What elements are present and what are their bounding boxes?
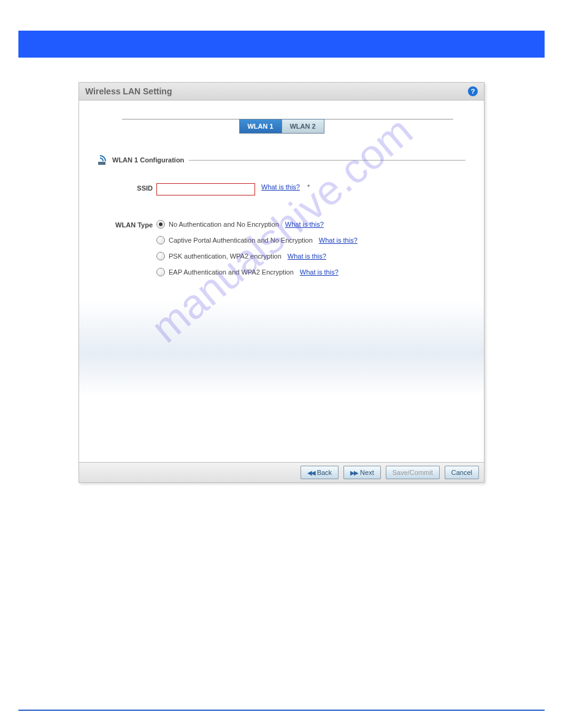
arrow-right-icon: ▶▶ xyxy=(350,469,358,476)
cancel-button[interactable]: Cancel xyxy=(445,466,479,479)
top-banner xyxy=(18,31,545,58)
next-label: Next xyxy=(360,469,374,476)
row-ssid: SSID What is this? * xyxy=(110,183,472,195)
panel-title: Wireless LAN Setting xyxy=(85,86,172,96)
radio-item-captive[interactable]: Captive Portal Authentication and No Enc… xyxy=(156,236,358,245)
ssid-input[interactable] xyxy=(156,183,255,195)
radio-icon xyxy=(156,268,165,276)
tabs-row: WLAN 1 WLAN 2 xyxy=(91,119,472,134)
radio-item-psk[interactable]: PSK authentication, WPA2 encryption What… xyxy=(156,252,358,260)
required-asterisk: * xyxy=(307,183,310,191)
radio-label: EAP Authentication and WPA2 Encryption xyxy=(169,268,294,276)
radio-icon xyxy=(156,220,165,229)
bottom-divider xyxy=(18,710,545,711)
tab-wlan2[interactable]: WLAN 2 xyxy=(282,119,324,134)
save-commit-button[interactable]: Save/Commit xyxy=(386,466,440,479)
cancel-label: Cancel xyxy=(451,469,472,476)
back-label: Back xyxy=(317,469,332,476)
panel-footer: ◀◀ Back ▶▶ Next Save/Commit Cancel xyxy=(79,462,484,482)
radio-item-no-auth[interactable]: No Authentication and No Encryption What… xyxy=(156,220,358,229)
section-header: WLAN 1 Configuration xyxy=(98,155,465,165)
link-what-is-this[interactable]: What is this? xyxy=(319,237,358,244)
link-what-is-this[interactable]: What is this? xyxy=(285,221,324,228)
radio-label: PSK authentication, WPA2 encryption xyxy=(169,252,282,260)
panel-wlan-setting: Wireless LAN Setting ? WLAN 1 WLAN 2 WLA… xyxy=(79,82,484,483)
radio-icon xyxy=(156,252,165,260)
radio-item-eap[interactable]: EAP Authentication and WPA2 Encryption W… xyxy=(156,268,358,276)
wlan-icon xyxy=(98,155,109,165)
section-title: WLAN 1 Configuration xyxy=(112,156,184,164)
link-what-is-this[interactable]: What is this? xyxy=(300,268,339,276)
next-button[interactable]: ▶▶ Next xyxy=(343,466,381,479)
save-label: Save/Commit xyxy=(393,469,433,476)
radio-icon xyxy=(156,236,165,245)
link-what-is-this[interactable]: What is this? xyxy=(288,252,326,260)
panel-header: Wireless LAN Setting ? xyxy=(79,83,484,100)
arrow-left-icon: ◀◀ xyxy=(307,469,315,476)
tab-wlan1[interactable]: WLAN 1 xyxy=(239,119,282,134)
radio-label: No Authentication and No Encryption xyxy=(169,221,279,228)
radio-group-wlan-type: No Authentication and No Encryption What… xyxy=(156,220,358,276)
panel-body: WLAN 1 WLAN 2 WLAN 1 Configuration SSID … xyxy=(79,100,484,462)
label-ssid: SSID xyxy=(110,183,156,192)
section-line xyxy=(189,160,465,161)
help-icon[interactable]: ? xyxy=(468,86,478,96)
radio-label: Captive Portal Authentication and No Enc… xyxy=(169,237,313,244)
row-wlan-type: WLAN Type No Authentication and No Encry… xyxy=(110,220,472,276)
back-button[interactable]: ◀◀ Back xyxy=(301,466,339,479)
label-wlan-type: WLAN Type xyxy=(110,220,156,229)
link-what-is-ssid[interactable]: What is this? xyxy=(261,183,300,191)
